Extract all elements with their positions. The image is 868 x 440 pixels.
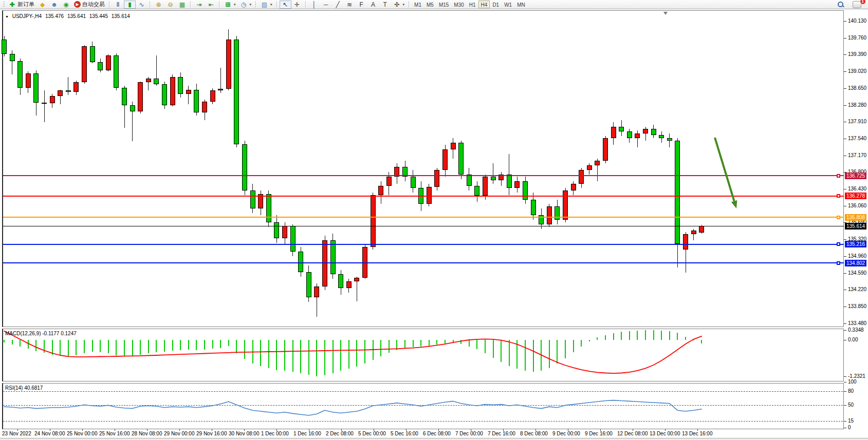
symbol-dropdown-icon[interactable]: ▼ [5,15,9,18]
macd-histogram-bar [629,331,630,340]
metaquotes-button[interactable]: ◆ [36,1,48,9]
line-anchor-handle[interactable] [837,242,840,246]
macd-histogram-bar [44,340,45,353]
level-price-badge: 135.808 [845,214,866,221]
time-axis-tick [471,429,471,431]
macd-tick-label: 0.3348 [848,327,864,333]
candle [474,186,479,196]
text-button[interactable]: A [367,1,379,9]
cursor-button[interactable]: ↖ [280,1,291,9]
time-axis-tick [147,429,147,431]
time-axis-label: 5 Dec 00:00 [358,431,386,436]
time-axis-label: 24 Nov 08:00 [34,431,65,436]
shapes-button[interactable]: ✣ ▾ [391,1,407,9]
indicators-button[interactable]: ⊞ ▾ [222,1,238,9]
candle [595,161,600,165]
price-axis-tick [844,206,846,206]
macd-histogram-bar [420,340,421,347]
macd-histogram-bar [196,340,197,350]
timeframe-m5-button[interactable]: M5 [424,1,436,8]
macd-histogram-bar [589,340,590,341]
search-button[interactable] [835,1,846,9]
crosshair-button[interactable]: ✛ [291,1,303,9]
timeframe-h1-button[interactable]: H1 [467,1,478,8]
horizontal-level-line[interactable] [3,217,844,218]
candle [555,206,560,220]
timeframe-mn-button[interactable]: MN [514,1,528,8]
line-anchor-handle[interactable] [837,261,840,265]
zoom-out-button[interactable]: ⊖ [164,1,176,9]
bar-chart-icon: ‖ [114,1,122,8]
macd-histogram-bar [68,340,69,356]
zoom-in-button[interactable]: ⊕ [153,1,164,9]
macd-signal-value: 0.1247 [61,331,77,336]
line-anchor-handle[interactable] [837,194,840,198]
clock-icon: ◷ [240,1,248,8]
horizontal-level-line[interactable] [3,196,844,197]
chart-shift-marker[interactable] [663,12,668,15]
chart-candles-button[interactable]: ▮ [124,1,136,9]
macd-histogram-bar [356,340,357,367]
tile-windows-button[interactable]: ▦ [176,1,188,9]
macd-histogram-bar [292,340,293,372]
dropdown-icon: ▾ [250,3,252,7]
new-order-button[interactable]: ✚ 新订单 [6,1,36,9]
cursor-icon: ↖ [282,1,289,8]
macd-histogram-bar [476,340,477,349]
horizontal-level-line[interactable] [3,244,844,245]
candle [194,90,199,112]
horizontal-level-line[interactable] [3,175,844,176]
time-axis-label: 28 Nov 08:00 [132,431,162,436]
macd-axis-tick [844,340,846,340]
macd-histogram-bar [396,340,397,350]
chart-bars-button[interactable]: ‖ [112,1,124,9]
horizontal-level-line[interactable] [3,262,844,263]
time-axis-label: 8 Dec 08:00 [520,431,548,436]
current-price-line [3,226,844,226]
periods-button[interactable]: ◷ ▾ [238,1,254,9]
vertical-line-button[interactable]: │ [308,1,320,9]
macd-histogram-bar [300,340,301,373]
timeframe-h4-button[interactable]: H4 [478,1,490,8]
timeframe-m15-button[interactable]: M15 [436,1,451,8]
macd-histogram-bar [156,340,157,352]
fibo-expansion-button[interactable]: F [356,1,367,9]
algo-trading-button[interactable]: ▶ 自动交易 [72,1,107,9]
candle [627,131,632,138]
timeframe-m1-button[interactable]: M1 [412,1,424,8]
window-bottom-edge [0,438,868,440]
line-anchor-handle[interactable] [837,216,840,219]
horizontal-line-button[interactable]: ─ [320,1,332,9]
candle [10,54,15,61]
signals-button[interactable]: ◉ [60,1,72,9]
candle [579,170,584,184]
timeframe-m30-button[interactable]: M30 [451,1,466,8]
notifications-button[interactable]: 1 [851,1,863,9]
templates-button[interactable]: ▧ ▾ [258,1,274,9]
candle [42,103,47,104]
chart-line-button[interactable]: ∿ [136,1,147,9]
candle [442,149,448,170]
time-axis-label: 13 Dec 16:00 [682,431,713,436]
chart-shift-button[interactable]: ⇤ [205,1,217,9]
timeframe-d1-button[interactable]: D1 [490,1,502,8]
candle [635,133,640,138]
price-axis-tick [844,88,846,89]
macd-histogram-bar [445,340,446,343]
line-anchor-handle[interactable] [837,174,840,178]
community-button[interactable]: ☻ [48,1,60,9]
price-tick-label: 134.590 [848,270,866,276]
candle [2,40,7,53]
time-axis-label: 7 Dec 16:00 [488,431,515,436]
candle [675,141,680,244]
price-tick-label: 138.650 [848,85,866,91]
price-pane [2,10,844,327]
notification-badge: 1 [860,0,866,5]
fibonacci-button[interactable]: ≋ [344,1,356,9]
timeframe-w1-button[interactable]: W1 [502,1,514,8]
auto-scroll-button[interactable]: ⇥ [193,1,205,9]
text-label-button[interactable]: T [379,1,391,9]
macd-histogram-bar [172,340,173,351]
macd-histogram-bar [469,340,470,347]
trendline-button[interactable]: ╱ [332,1,344,9]
